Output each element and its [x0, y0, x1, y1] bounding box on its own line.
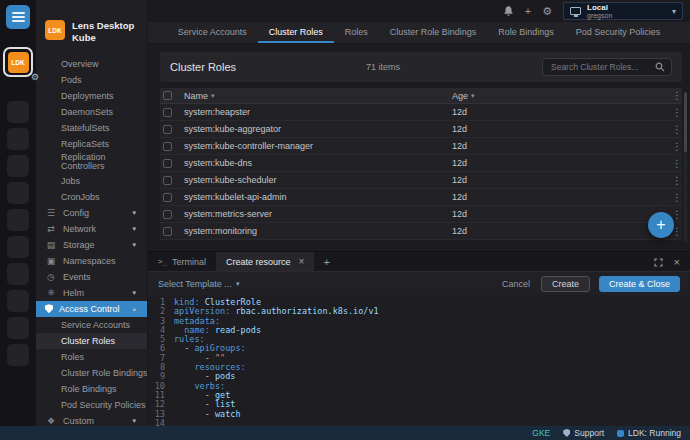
template-select[interactable]: Select Template ... ▾ [158, 279, 239, 289]
table-row[interactable]: system:metrics-server12d⋮ [160, 206, 682, 223]
create-and-close-button[interactable]: Create & Close [599, 276, 680, 292]
select-all-checkbox[interactable] [160, 91, 184, 100]
dock-tab-terminal[interactable]: >_Terminal [148, 252, 216, 271]
row-menu-icon[interactable]: ⋮ [664, 107, 682, 118]
kebab-icon[interactable]: ⋮ [664, 90, 682, 101]
row-checkbox[interactable] [160, 227, 184, 236]
expand-dock-icon[interactable] [654, 253, 663, 271]
sidebar-item-replicasets[interactable]: ReplicaSets [36, 136, 147, 152]
row-menu-icon[interactable]: ⋮ [664, 192, 682, 203]
sidebar-item-overview[interactable]: Overview [36, 56, 147, 72]
sidebar-item-role-bindings[interactable]: Role Bindings [36, 381, 147, 397]
sidebar-item-pod-security-policies[interactable]: Pod Security Policies [36, 397, 147, 413]
statusbar-gke[interactable]: GKE [532, 428, 550, 438]
column-name[interactable]: Name [184, 91, 208, 101]
scrollbar-thumb[interactable] [684, 92, 687, 152]
row-menu-icon[interactable]: ⋮ [664, 141, 682, 152]
bell-icon[interactable] [503, 5, 514, 17]
row-menu-icon[interactable]: ⋮ [664, 124, 682, 135]
sidebar-item-access-control[interactable]: Access Control▴ [36, 301, 147, 317]
table-scrollbar[interactable] [684, 92, 687, 242]
create-button[interactable]: Create [541, 276, 590, 292]
sidebar-item-pods[interactable]: Pods [36, 72, 147, 88]
sidebar-item-service-accounts[interactable]: Service Accounts [36, 317, 147, 333]
rail-empty-slot[interactable] [7, 182, 29, 204]
table-row[interactable]: system:kube-aggregator12d⋮ [160, 121, 682, 138]
rail-empty-slot[interactable] [7, 263, 29, 285]
sidebar-item-events[interactable]: ◷Events [36, 269, 147, 285]
table-row[interactable]: system:kube-scheduler12d⋮ [160, 172, 682, 189]
sidebar-item-cluster-roles[interactable]: Cluster Roles [36, 333, 147, 349]
tab-service-accounts[interactable]: Service Accounts [167, 22, 258, 43]
table-row[interactable]: system:heapster12d⋮ [160, 104, 682, 121]
rail-empty-slot[interactable] [7, 317, 29, 339]
gear-icon[interactable]: ⚙ [31, 72, 39, 82]
sort-caret-icon: ▾ [211, 92, 215, 100]
statusbar-cluster-status[interactable]: LDK: Running [617, 428, 681, 438]
tab-cluster-role-bindings[interactable]: Cluster Role Bindings [379, 22, 488, 43]
row-checkbox[interactable] [160, 159, 184, 168]
search-input[interactable] [549, 61, 651, 73]
row-checkbox[interactable] [160, 125, 184, 134]
rail-empty-slot[interactable] [7, 101, 29, 123]
sidebar-item-cluster-role-bindings[interactable]: Cluster Role Bindings [36, 365, 147, 381]
sidebar-item-config[interactable]: ☰Config▾ [36, 205, 147, 221]
sidebar-cluster-header[interactable]: LDK Lens Desktop Kube [36, 20, 147, 54]
cluster-sidebar: LDK Lens Desktop Kube OverviewPodsDeploy… [36, 0, 148, 426]
tab-role-bindings[interactable]: Role Bindings [487, 22, 565, 43]
row-checkbox[interactable] [160, 210, 184, 219]
rail-empty-slot[interactable] [7, 290, 29, 312]
sidebar-item-helm[interactable]: ⎈Helm▾ [36, 285, 147, 301]
search-box [542, 58, 672, 76]
sidebar-item-custom[interactable]: ❖Custom▾ [36, 413, 147, 426]
catalog-icon[interactable] [6, 5, 30, 29]
row-checkbox[interactable] [160, 142, 184, 151]
dock-tab-create-resource[interactable]: Create resource× [216, 252, 314, 271]
sort-caret-icon: ▾ [471, 92, 475, 100]
active-cluster-slot[interactable]: LDK ⚙ [3, 47, 33, 77]
checkbox-box [163, 125, 172, 134]
row-menu-icon[interactable]: ⋮ [664, 158, 682, 169]
plus-icon[interactable]: + [525, 6, 531, 17]
row-menu-icon[interactable]: ⋮ [664, 175, 682, 186]
rail-empty-slot[interactable] [7, 155, 29, 177]
cell-age: 12d [452, 107, 664, 117]
tab-cluster-roles[interactable]: Cluster Roles [258, 22, 334, 43]
statusbar-support[interactable]: Support [563, 428, 604, 438]
column-age[interactable]: Age [452, 91, 468, 101]
sidebar-item-storage[interactable]: ▤Storage▾ [36, 237, 147, 253]
table-row[interactable]: system:kube-controller-manager12d⋮ [160, 138, 682, 155]
row-checkbox[interactable] [160, 176, 184, 185]
rail-empty-slot[interactable] [7, 128, 29, 150]
cluster-status-icon [617, 430, 624, 437]
table-row[interactable]: system:kube-dns12d⋮ [160, 155, 682, 172]
row-checkbox[interactable] [160, 108, 184, 117]
sidebar-item-network[interactable]: ⇄Network▾ [36, 221, 147, 237]
rail-empty-slot[interactable] [7, 344, 29, 366]
gear-icon[interactable]: ⚙ [542, 6, 552, 17]
cancel-button[interactable]: Cancel [502, 279, 530, 289]
context-selector[interactable]: Local gregson ▾ [563, 2, 683, 20]
table-row[interactable]: system:monitoring12d⋮ [160, 223, 682, 240]
tab-roles[interactable]: Roles [334, 22, 379, 43]
sidebar-item-cronjobs[interactable]: CronJobs [36, 189, 147, 205]
sidebar-item-roles[interactable]: Roles [36, 349, 147, 365]
sidebar-item-namespaces[interactable]: ▣Namespaces [36, 253, 147, 269]
tab-pod-security-policies[interactable]: Pod Security Policies [565, 22, 672, 43]
sidebar-item-daemonsets[interactable]: DaemonSets [36, 104, 147, 120]
sidebar-item-jobs[interactable]: Jobs [36, 173, 147, 189]
sidebar-item-replication-controllers[interactable]: Replication Controllers [36, 152, 147, 173]
add-dock-tab-button[interactable]: + [314, 252, 338, 271]
yaml-editor[interactable]: 1kind: ClusterRole2apiVersion: rbac.auth… [148, 295, 690, 426]
sidebar-item-label: Access Control [59, 304, 120, 314]
rail-empty-slot[interactable] [7, 209, 29, 231]
rail-empty-slot[interactable] [7, 236, 29, 258]
close-icon[interactable]: × [299, 256, 305, 267]
search-icon[interactable] [655, 58, 665, 76]
sidebar-item-deployments[interactable]: Deployments [36, 88, 147, 104]
add-cluster-role-button[interactable]: + [648, 212, 674, 238]
row-checkbox[interactable] [160, 193, 184, 202]
table-row[interactable]: system:kubelet-api-admin12d⋮ [160, 189, 682, 206]
sidebar-item-statefulsets[interactable]: StatefulSets [36, 120, 147, 136]
close-dock-icon[interactable]: × [674, 256, 680, 268]
